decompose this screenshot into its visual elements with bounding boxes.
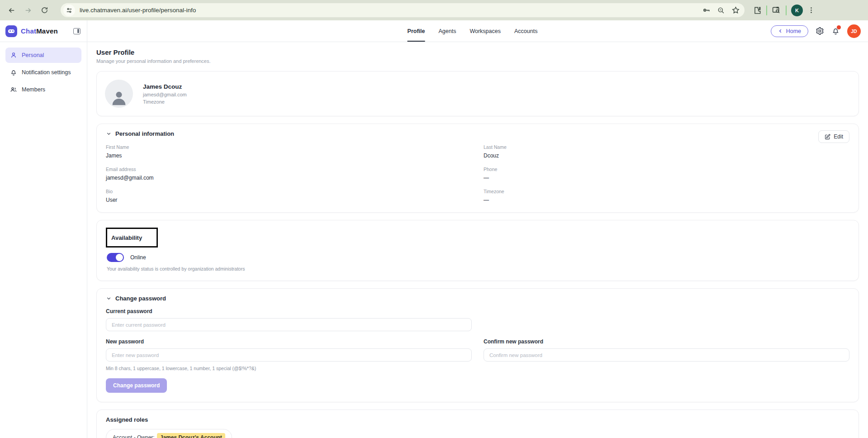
profile-email: jamesd@gmail.com (143, 92, 187, 97)
top-tabs: Profile Agents Workspaces Accounts (408, 20, 538, 42)
new-password-group: New password Min 8 chars, 1 uppercase, 1… (106, 338, 472, 371)
sidebar-nav: Personal Notification settings Members (0, 42, 87, 103)
back-arrow-icon (8, 6, 16, 14)
change-password-button[interactable]: Change password (106, 378, 167, 393)
password-key-icon[interactable] (702, 6, 711, 14)
browser-forward-button[interactable] (21, 3, 35, 18)
url-bar[interactable]: live.chatmaven.ai/user-profile/personal-… (61, 3, 745, 17)
notification-badge (837, 25, 841, 29)
page-title: User Profile (96, 48, 859, 56)
password-requirements-hint: Min 8 chars, 1 uppercase, 1 lowercase, 1… (106, 366, 472, 371)
availability-card: Availability Online Your availability st… (96, 220, 859, 281)
sidebar-collapse-icon[interactable] (73, 28, 81, 34)
field-bio: Bio User (106, 189, 472, 203)
app-header: Profile Agents Workspaces Accounts Home … (87, 20, 868, 42)
tab-workspaces[interactable]: Workspaces (470, 20, 501, 42)
edit-pencil-icon (825, 134, 830, 140)
confirm-password-input[interactable] (484, 348, 849, 362)
availability-note: Your availability status is controlled b… (107, 266, 849, 271)
sidebar-item-label: Notification settings (22, 69, 71, 76)
sidebar-header: ChatMaven (0, 20, 87, 42)
sidebar-item-notification-settings[interactable]: Notification settings (5, 65, 81, 80)
chevron-left-icon (778, 29, 783, 33)
sidebar: ChatMaven Personal Notification settings… (0, 20, 87, 438)
extensions-icon[interactable] (753, 6, 762, 15)
profile-summary-card: James Dcouz jamesd@gmail.com Timezone (96, 71, 859, 116)
current-password-group: Current password (106, 308, 472, 331)
assigned-roles-card: Assigned roles Account - Owner: James Dc… (96, 409, 859, 438)
device-search-icon[interactable] (772, 5, 781, 15)
settings-gear-button[interactable] (816, 27, 824, 35)
notifications-button[interactable] (831, 27, 840, 35)
personal-fields-grid: First Name James Last Name Dcouz Email a… (106, 144, 849, 203)
field-email: Email address jamesd@gmail.com (106, 167, 472, 181)
toolbar-divider (766, 5, 767, 15)
gear-icon (816, 27, 824, 35)
users-icon (10, 86, 17, 93)
change-password-card: Change password Current password New pas… (96, 288, 859, 402)
edit-button[interactable]: Edit (818, 130, 849, 143)
sidebar-item-label: Personal (22, 52, 44, 58)
page-content: User Profile Manage your personal inform… (87, 42, 868, 438)
forward-arrow-icon (24, 6, 32, 14)
personal-information-card: Personal information Edit First Name Jam… (96, 124, 859, 213)
browser-menu-icon[interactable] (807, 6, 815, 14)
brand-name: ChatMaven (21, 27, 58, 35)
field-timezone: Timezone — (484, 189, 849, 203)
chevron-down-icon (106, 295, 112, 301)
availability-toggle[interactable] (107, 253, 124, 262)
zoom-icon[interactable] (717, 6, 725, 14)
home-button[interactable]: Home (771, 25, 808, 37)
tab-agents[interactable]: Agents (438, 20, 456, 42)
role-prefix: Account - Owner: (113, 434, 155, 438)
site-settings-icon (66, 7, 72, 14)
tab-profile[interactable]: Profile (408, 20, 425, 42)
current-password-input[interactable] (106, 318, 472, 331)
page-subtitle: Manage your personal information and pre… (96, 58, 859, 64)
toolbar-divider (786, 5, 787, 15)
section-title: Personal information (115, 130, 174, 137)
url-text[interactable]: live.chatmaven.ai/user-profile/personal-… (80, 7, 697, 14)
browser-back-button[interactable] (5, 3, 19, 18)
bell-icon (10, 69, 17, 76)
profile-name: James Dcouz (143, 83, 187, 90)
availability-highlight-box: Availability (106, 228, 158, 248)
field-first-name: First Name James (106, 144, 472, 159)
profile-timezone: Timezone (143, 99, 187, 105)
browser-reload-button[interactable] (37, 3, 52, 18)
reload-icon (41, 6, 48, 14)
browser-profile-avatar[interactable]: K (791, 5, 803, 16)
confirm-password-group: Confirm new password (484, 338, 849, 371)
user-avatar[interactable]: JD (847, 24, 861, 38)
sidebar-item-members[interactable]: Members (5, 82, 81, 97)
site-info-button[interactable] (63, 5, 75, 16)
field-last-name: Last Name Dcouz (484, 144, 849, 159)
new-password-input[interactable] (106, 348, 472, 362)
availability-status: Online (130, 254, 146, 261)
assigned-roles-title: Assigned roles (106, 416, 849, 423)
user-icon (10, 52, 17, 59)
field-phone: Phone — (484, 167, 849, 181)
bookmark-star-icon[interactable] (731, 6, 740, 14)
role-chip: Account - Owner: James Dcouz's Account (106, 429, 232, 438)
sidebar-item-personal[interactable]: Personal (5, 48, 81, 63)
personal-information-header[interactable]: Personal information (106, 130, 849, 137)
role-account-highlight: James Dcouz's Account (157, 433, 225, 438)
availability-title: Availability (111, 234, 142, 241)
sidebar-item-label: Members (22, 86, 45, 93)
avatar (105, 80, 133, 108)
tab-accounts[interactable]: Accounts (514, 20, 537, 42)
user-placeholder-icon (109, 87, 129, 108)
chatmaven-logo-icon (5, 25, 17, 37)
section-title: Change password (115, 295, 166, 302)
browser-toolbar: live.chatmaven.ai/user-profile/personal-… (0, 0, 868, 20)
chevron-down-icon (106, 131, 112, 137)
change-password-header[interactable]: Change password (106, 295, 849, 302)
